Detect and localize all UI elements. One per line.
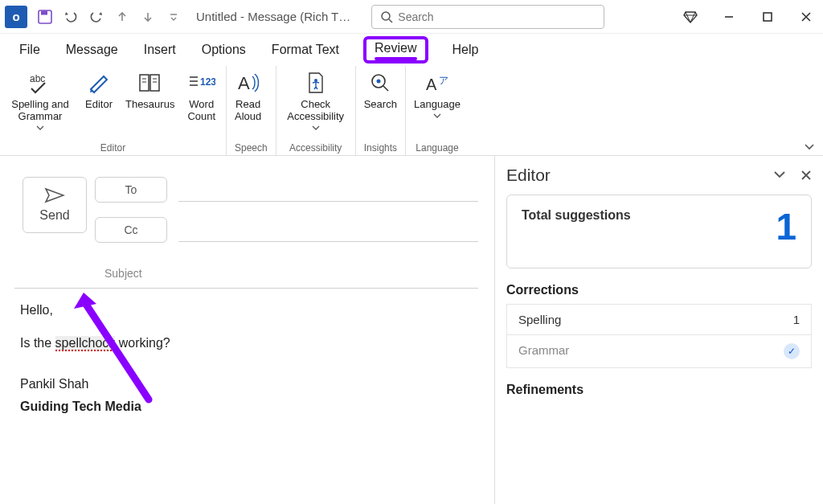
read-aloud-button[interactable]: A Read Aloud [235,69,261,122]
group-label-editor: Editor [8,142,218,154]
editor-button[interactable]: Editor [85,69,113,110]
subject-label[interactable]: Subject [104,267,142,280]
editor-pane: Editor Total suggestions 1 Corrections S… [495,156,823,504]
signature-line: Pankil Shah [20,373,474,395]
search-button[interactable]: Search [364,69,397,110]
svg-rect-3 [764,13,772,21]
cc-button[interactable]: Cc [95,217,167,243]
tab-format-text[interactable]: Format Text [270,39,341,60]
body-line: Hello, [20,299,474,321]
svg-point-2 [382,12,390,20]
tab-help[interactable]: Help [451,39,481,60]
svg-text:A: A [238,73,250,93]
save-icon[interactable] [35,7,55,27]
search-box[interactable] [371,5,604,29]
group-label-insights: Insights [364,142,397,154]
svg-text:123: 123 [200,76,215,88]
maximize-icon[interactable] [755,5,780,29]
body-line: Is the spellchock working? [20,332,474,354]
ribbon-collapse-icon[interactable] [804,142,815,150]
redo-icon[interactable] [87,7,106,27]
window-title: Untitled - Message (Rich T… [196,10,350,23]
ribbon: abc Spelling and Grammar Editor Thesauru… [0,66,823,156]
group-label-speech: Speech [235,142,268,154]
spelling-count: 1 [793,313,800,326]
signature-line: Guiding Tech Media [20,395,474,417]
undo-icon[interactable] [61,7,80,27]
subject-line [14,288,478,289]
thesaurus-button[interactable]: Thesaurus [125,69,174,110]
tab-options[interactable]: Options [200,39,248,60]
total-suggestions-count: 1 [776,208,796,245]
chevron-down-icon [433,113,441,118]
cc-field-line[interactable] [178,241,478,242]
to-button[interactable]: To [95,177,167,203]
chevron-down-icon [36,125,44,130]
premium-diamond-icon[interactable] [678,5,702,29]
svg-text:ア: ア [439,75,448,86]
spelling-error-word[interactable]: spellchock [55,336,116,351]
svg-point-11 [377,80,381,84]
corrections-spelling-item[interactable]: Spelling 1 [506,304,812,335]
search-icon [380,10,393,23]
check-icon: ✓ [784,343,800,359]
total-suggestions-label: Total suggestions [522,208,631,222]
app-logo-icon: o [5,6,27,28]
total-suggestions-card[interactable]: Total suggestions 1 [506,195,812,268]
minimize-icon[interactable] [717,5,741,29]
close-icon[interactable] [794,5,818,29]
pane-close-icon[interactable] [800,170,812,181]
svg-text:abc: abc [30,73,45,84]
search-input[interactable] [398,10,596,23]
down-arrow-icon[interactable] [138,7,158,27]
send-button[interactable]: Send [23,177,87,233]
editor-pane-title: Editor [506,166,551,185]
corrections-grammar-item[interactable]: Grammar ✓ [506,335,812,368]
svg-rect-1 [41,10,47,14]
group-label-accessibility: Accessibility [285,142,347,154]
tab-review[interactable]: Review [363,36,428,64]
check-accessibility-button[interactable]: Check Accessibility [285,69,347,130]
up-arrow-icon[interactable] [113,7,132,27]
svg-rect-6 [150,75,159,91]
language-button[interactable]: Aア Language [414,69,461,118]
tab-insert[interactable]: Insert [142,39,178,60]
tab-message[interactable]: Message [64,39,120,60]
refinements-heading: Refinements [506,383,812,397]
tab-file[interactable]: File [18,39,42,60]
chevron-down-icon [312,125,320,130]
word-count-button[interactable]: 123 Word Count [187,69,215,122]
pane-collapse-icon[interactable] [773,170,786,181]
group-label-language: Language [414,142,461,154]
send-icon [44,187,65,203]
compose-area: Send To Cc Subject Hello, Is the spellch… [0,156,495,504]
spelling-grammar-button[interactable]: abc Spelling and Grammar [8,69,72,130]
svg-rect-5 [140,75,149,91]
qat-dropdown-icon[interactable] [164,7,183,27]
to-field-line[interactable] [178,201,478,202]
message-body[interactable]: Hello, Is the spellchock working? Pankil… [20,299,474,417]
svg-text:A: A [426,76,437,93]
corrections-heading: Corrections [506,283,812,297]
